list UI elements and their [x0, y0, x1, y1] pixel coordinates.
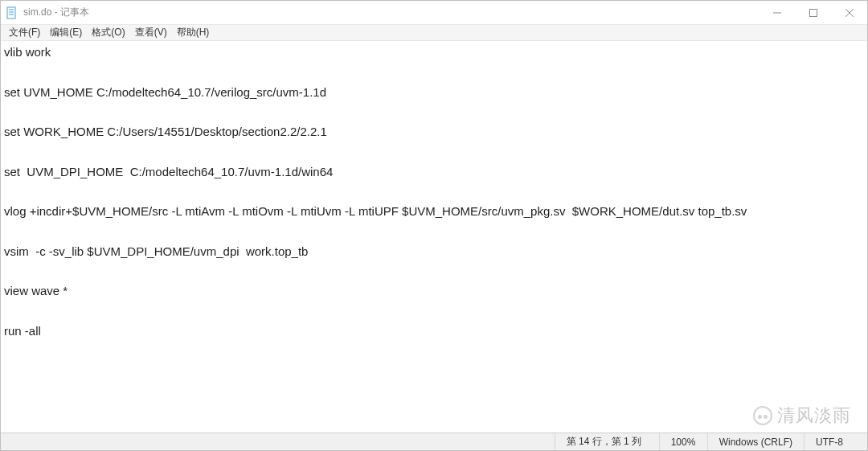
- status-spacer: [1, 433, 555, 450]
- window-title: sim.do - 记事本: [23, 6, 759, 19]
- close-button[interactable]: [831, 1, 867, 24]
- menu-format[interactable]: 格式(O): [87, 24, 129, 41]
- statusbar: 第 14 行，第 1 列 100% Windows (CRLF) UTF-8: [1, 433, 867, 450]
- menu-file[interactable]: 文件(F): [4, 24, 45, 41]
- text-editor[interactable]: [1, 41, 867, 433]
- menu-view[interactable]: 查看(V): [130, 24, 172, 41]
- status-position: 第 14 行，第 1 列: [555, 433, 659, 450]
- minimize-button[interactable]: [759, 1, 795, 24]
- status-eol: Windows (CRLF): [707, 433, 804, 450]
- menubar: 文件(F) 编辑(E) 格式(O) 查看(V) 帮助(H): [1, 25, 867, 41]
- window-controls: [759, 1, 867, 24]
- status-encoding: UTF-8: [804, 433, 867, 450]
- app-icon: [6, 6, 18, 19]
- status-zoom: 100%: [659, 433, 707, 450]
- maximize-button[interactable]: [795, 1, 831, 24]
- menu-help[interactable]: 帮助(H): [172, 24, 215, 41]
- titlebar[interactable]: sim.do - 记事本: [1, 1, 867, 25]
- svg-rect-0: [7, 7, 15, 18]
- menu-edit[interactable]: 编辑(E): [45, 24, 87, 41]
- svg-rect-5: [809, 9, 817, 16]
